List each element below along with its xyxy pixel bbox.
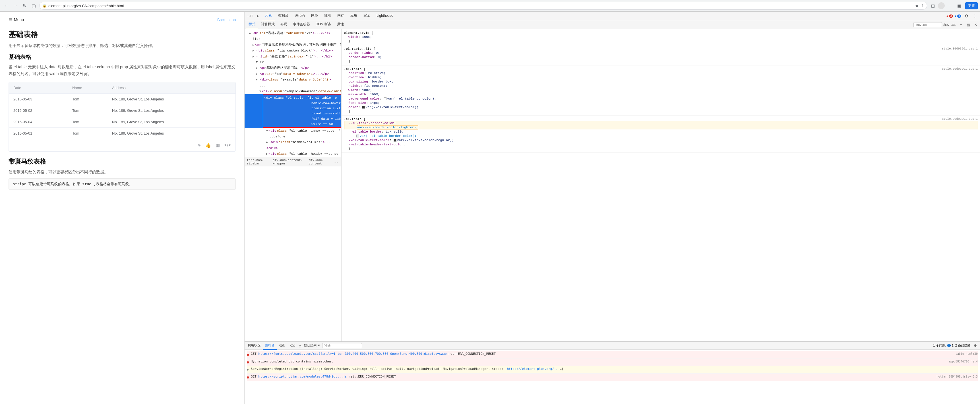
html-tree-line[interactable]: ▶ <p>基础的表格展示用法。</p> xyxy=(245,65,341,71)
css-prop-3-4[interactable]: --el-table-text-color: var(--el-text-col… xyxy=(344,138,978,142)
back-to-top[interactable]: Back to top xyxy=(217,18,236,22)
console-link[interactable]: https://script.hotjar.com/modules.478d49… xyxy=(258,375,347,378)
css-prop-3-2[interactable]: --el-table-border: 1px solid xyxy=(344,129,978,134)
console-tab-控制台[interactable]: 控制台 xyxy=(263,342,277,350)
toggle-sidebar-btn[interactable]: ▧ xyxy=(965,22,972,28)
inspect-element-btn[interactable]: →□ xyxy=(246,13,253,19)
demo-tool-copy-btn[interactable]: ⎈ xyxy=(197,141,202,149)
console-entry-source[interactable]: app.88346710.js:4 xyxy=(949,359,978,364)
console-hidden-text: 2 条已隐藏 xyxy=(955,343,970,348)
demo-tool-code-btn[interactable]: </> xyxy=(223,141,232,149)
css-prop-2-4[interactable]: width: 100%; xyxy=(344,88,978,92)
hover-state-btn[interactable]: :hov xyxy=(943,22,949,28)
css-filter-input[interactable] xyxy=(913,22,942,27)
demo-tool-share-btn[interactable]: ▦ xyxy=(215,141,221,149)
css-prop-0-0[interactable]: width: 100%; xyxy=(344,35,978,39)
console-entry-source[interactable]: hotjar-2894908.js?sv=6:3 xyxy=(937,374,978,379)
css-prop-2-3[interactable]: height: fit-content; xyxy=(344,84,978,88)
console-link[interactable]: https://element-plus.org/', xyxy=(507,367,558,371)
css-prop-1-0[interactable]: border-right: 0; xyxy=(344,51,978,55)
maximize-button[interactable]: ▣ xyxy=(955,2,963,10)
css-prop-3-3[interactable]: var(--el-table-border-color); xyxy=(344,134,978,138)
menu-toggle[interactable]: ☰ Menu xyxy=(8,18,24,22)
back-button[interactable]: ← xyxy=(2,2,10,10)
html-tree-line[interactable]: ▶ <p text="sm" data-v-5d9e4641>...</p> xyxy=(245,71,341,77)
lock-icon: 🔒 xyxy=(42,4,47,8)
console-tab-网络状况[interactable]: 网络状况 xyxy=(246,342,263,350)
html-tree-line[interactable]: ▶ <div class="hidden-columns">... xyxy=(245,139,341,145)
css-prop-2-6[interactable]: background-color: var(--el-table-bg-colo… xyxy=(344,96,978,101)
breadcrumb-item-3[interactable]: ... xyxy=(333,160,339,164)
html-tree-line[interactable]: ▶ <p>用于展示多条结构类似的数据，可对数据进行排序、筛选、对比或其他自定义操… xyxy=(245,42,341,48)
html-tree-line[interactable]: ▶ <div class="tip custom-block">...</div… xyxy=(245,48,341,53)
css-prop-3-5[interactable]: --el-table-header-text-color: xyxy=(344,142,978,147)
console-clear-btn[interactable]: ⌫ xyxy=(289,342,296,349)
more-options-btn[interactable]: ⋮ xyxy=(972,13,978,19)
css-prop-2-0[interactable]: position: relative; xyxy=(344,71,978,75)
update-button[interactable]: 更新 xyxy=(965,2,978,10)
address-bar[interactable]: 🔒 element-plus.org/zh-CN/component/table… xyxy=(39,2,927,10)
home-button[interactable]: ▢ xyxy=(30,2,38,10)
extensions-button[interactable]: ◫ xyxy=(929,2,937,10)
device-toggle-btn[interactable]: ▲ xyxy=(254,13,261,19)
settings-btn[interactable]: ⚙ xyxy=(963,13,970,19)
html-tree-line[interactable]: ▶ <h2 id="基础表格" tabindex="-1">...</h2> xyxy=(245,54,341,59)
console-tab-动画[interactable]: 动画 xyxy=(277,342,288,350)
dt-tab-Lighthouse[interactable]: Lighthouse xyxy=(374,12,396,21)
demo-tool-like-btn[interactable]: 👍 xyxy=(204,141,212,149)
html-tree-line[interactable]: ▼ <div class="el-table__inner-wrappe r">… xyxy=(245,128,341,134)
dt-subtab-样式[interactable]: 样式 xyxy=(246,20,258,29)
reload-button[interactable]: ↻ xyxy=(21,2,29,10)
close-devtools-btn[interactable]: ✕ xyxy=(973,22,979,28)
html-tree-line[interactable]: flex xyxy=(245,36,341,42)
css-prop-value: 100%; xyxy=(370,93,380,96)
console-entry-3: ● GET https://script.hotjar.com/modules.… xyxy=(247,374,978,381)
dt-tab-应用[interactable]: 应用 xyxy=(347,12,360,21)
dt-subtab-布局[interactable]: 布局 xyxy=(278,20,290,29)
console-settings-btn[interactable]: ⚙ xyxy=(972,342,979,349)
bookmark-icon[interactable]: ★ xyxy=(915,3,919,8)
add-style-btn[interactable]: + xyxy=(958,22,964,28)
css-prop-2-8[interactable]: color: var(--el-table-text-color); xyxy=(344,105,978,109)
profile-button[interactable] xyxy=(938,2,945,9)
css-prop-2-7[interactable]: font-size: 14px; xyxy=(344,101,978,105)
html-tree-line[interactable]: <div class="el-table--fit el-table--e na… xyxy=(245,94,341,128)
dt-subtab-事件监听器[interactable]: 事件监听器 xyxy=(290,20,313,29)
css-prop-2-5[interactable]: max-width: 100%; xyxy=(344,92,978,96)
table-row: 2016-05-02TomNo. 189, Grove St, Los Ange… xyxy=(9,105,235,116)
css-prop-3-1[interactable]: var(--el-border-color-lighter); xyxy=(344,125,978,129)
class-btn[interactable]: .cls xyxy=(950,22,957,28)
dt-subtab-计算样式[interactable]: 计算样式 xyxy=(258,20,278,29)
share-icon[interactable]: ⇧ xyxy=(921,3,924,8)
dt-subtab-DOM 断点[interactable]: DOM 断点 xyxy=(313,20,334,29)
breadcrumb-item-0[interactable]: tent.has-sidebar xyxy=(247,158,270,165)
minimize-button[interactable]: − xyxy=(946,2,954,10)
dt-subtab-属性[interactable]: 属性 xyxy=(334,20,347,29)
html-tree-line[interactable]: ::before xyxy=(245,134,341,139)
console-level-selector[interactable]: 默认级别 ▼ xyxy=(304,343,320,348)
html-tree-line[interactable]: ▼ <div class="example-showcase" data-v-1… xyxy=(245,88,341,94)
css-prop-2-1[interactable]: overflow: hidden; xyxy=(344,75,978,79)
dt-tab-安全[interactable]: 安全 xyxy=(361,12,373,21)
css-prop-1-1[interactable]: border-bottom: 0; xyxy=(344,55,978,59)
console-link[interactable]: https://fonts.googleapis.com/css?family=… xyxy=(258,352,447,356)
css-prop-2-2[interactable]: box-sizing: border-box; xyxy=(344,79,978,84)
console-top-btn[interactable]: △ xyxy=(297,342,304,349)
html-tree-line[interactable]: ▶ <h1 id="表格-表格" tabindex="-1">...</h1> xyxy=(245,30,341,36)
html-tree-line[interactable]: flex xyxy=(245,59,341,65)
dt-tab-网络[interactable]: 网络 xyxy=(308,12,321,21)
breadcrumb-item-1[interactable]: div.doc-content-wrapper xyxy=(273,158,307,165)
html-tree-line[interactable]: ▼ <div class="example" data-v-5d9e4641> xyxy=(245,77,341,83)
dt-tab-源代码[interactable]: 源代码 xyxy=(292,12,308,21)
html-tree-line[interactable]: ▶ <div class="el-table__header-wrap per"… xyxy=(245,151,341,157)
forward-button[interactable]: → xyxy=(11,2,19,10)
html-tree-line[interactable]: </div> xyxy=(245,145,341,151)
css-prop-3-0[interactable]: --el-table-border-color: xyxy=(344,121,978,125)
dt-tab-控制台[interactable]: 控制台 xyxy=(275,12,291,21)
console-entry-source[interactable]: table.html:30 xyxy=(956,352,978,356)
dt-tab-元素[interactable]: 元素 xyxy=(262,12,275,21)
breadcrumb-item-2[interactable]: div.doc-content xyxy=(309,158,331,165)
dt-tab-性能[interactable]: 性能 xyxy=(321,12,334,21)
dt-tab-内存[interactable]: 内存 xyxy=(334,12,347,21)
console-filter-input[interactable] xyxy=(322,343,362,348)
